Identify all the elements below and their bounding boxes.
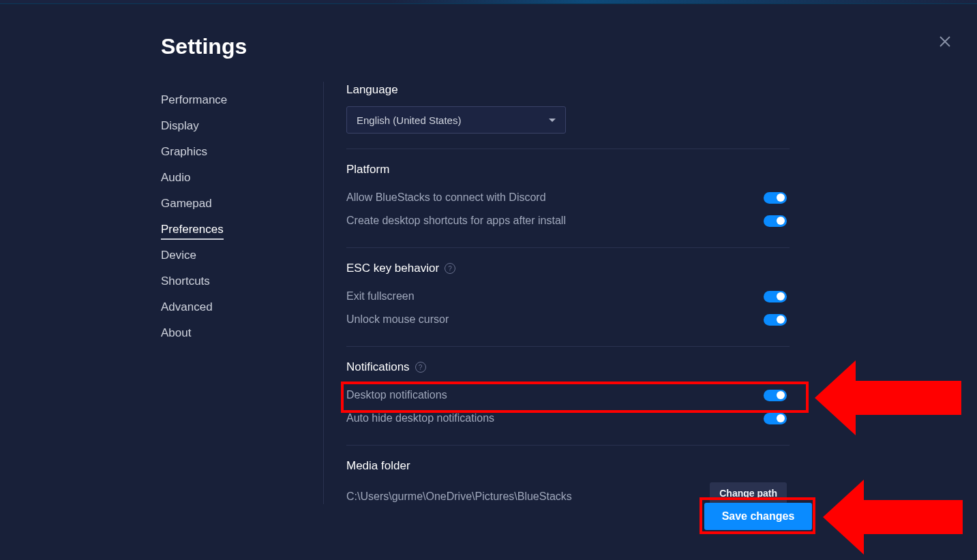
unlock-mouse-toggle-label: Unlock mouse cursor bbox=[346, 313, 449, 326]
language-select-value: English (United States) bbox=[357, 114, 461, 126]
discord-toggle-label: Allow BlueStacks to connect with Discord bbox=[346, 191, 546, 204]
language-section: Language English (United States) bbox=[346, 83, 790, 134]
discord-toggle[interactable] bbox=[764, 192, 787, 204]
close-icon bbox=[939, 35, 951, 48]
sidebar-nav: Performance Display Graphics Audio Gamep… bbox=[161, 87, 284, 346]
divider bbox=[346, 445, 790, 446]
platform-section: Platform Allow BlueStacks to connect wit… bbox=[346, 163, 790, 232]
notifications-header-label: Notifications bbox=[346, 360, 410, 374]
esc-header: ESC key behavior ? bbox=[346, 262, 790, 275]
sidebar-item-label: Graphics bbox=[161, 145, 207, 158]
media-folder-section: Media folder C:\Users\gurme\OneDrive\Pic… bbox=[346, 459, 790, 504]
sidebar-item-performance[interactable]: Performance bbox=[161, 87, 284, 113]
sidebar-item-about[interactable]: About bbox=[161, 320, 284, 346]
desktop-shortcuts-toggle-label: Create desktop shortcuts for apps after … bbox=[346, 215, 566, 227]
divider bbox=[346, 247, 790, 248]
sidebar-item-label: Display bbox=[161, 119, 199, 132]
vertical-divider bbox=[323, 82, 324, 504]
sidebar-item-label: Advanced bbox=[161, 300, 213, 313]
window-topbar bbox=[0, 0, 977, 4]
sidebar-item-label: Shortcuts bbox=[161, 275, 210, 287]
annotation-arrow-save bbox=[823, 480, 963, 555]
platform-header: Platform bbox=[346, 163, 790, 176]
sidebar-item-display[interactable]: Display bbox=[161, 113, 284, 139]
notifications-section: Notifications ? Desktop notifications Au… bbox=[346, 360, 790, 430]
help-icon[interactable]: ? bbox=[445, 263, 455, 274]
exit-fullscreen-toggle[interactable] bbox=[764, 291, 787, 302]
sidebar-item-label: Gamepad bbox=[161, 197, 212, 210]
divider bbox=[346, 149, 790, 149]
sidebar-item-advanced[interactable]: Advanced bbox=[161, 294, 284, 320]
close-button[interactable] bbox=[939, 35, 955, 52]
desktop-notifications-toggle[interactable] bbox=[764, 390, 787, 401]
sidebar-item-label: Preferences bbox=[161, 223, 224, 240]
svg-marker-3 bbox=[823, 480, 963, 555]
svg-marker-2 bbox=[815, 360, 961, 435]
chevron-down-icon bbox=[549, 119, 556, 122]
content-panel: Language English (United States) Platfor… bbox=[346, 83, 790, 519]
media-folder-header: Media folder bbox=[346, 459, 790, 473]
divider bbox=[346, 346, 790, 347]
desktop-notifications-toggle-label: Desktop notifications bbox=[346, 389, 447, 401]
notifications-header: Notifications ? bbox=[346, 360, 790, 374]
desktop-shortcuts-toggle[interactable] bbox=[764, 215, 787, 227]
esc-header-label: ESC key behavior bbox=[346, 262, 439, 275]
sidebar-item-audio[interactable]: Audio bbox=[161, 165, 284, 191]
sidebar-item-preferences[interactable]: Preferences bbox=[161, 217, 284, 243]
sidebar-item-label: Device bbox=[161, 249, 196, 262]
help-icon[interactable]: ? bbox=[415, 362, 426, 373]
exit-fullscreen-toggle-label: Exit fullscreen bbox=[346, 290, 415, 302]
unlock-mouse-toggle[interactable] bbox=[764, 314, 787, 326]
sidebar-item-label: Performance bbox=[161, 93, 227, 106]
save-changes-button[interactable]: Save changes bbox=[704, 503, 812, 530]
sidebar-item-graphics[interactable]: Graphics bbox=[161, 139, 284, 165]
sidebar-item-shortcuts[interactable]: Shortcuts bbox=[161, 268, 284, 294]
autohide-notifications-toggle-label: Auto hide desktop notifications bbox=[346, 412, 494, 424]
sidebar-item-gamepad[interactable]: Gamepad bbox=[161, 191, 284, 217]
language-header: Language bbox=[346, 83, 790, 97]
language-select[interactable]: English (United States) bbox=[346, 106, 566, 134]
change-path-button[interactable]: Change path bbox=[710, 482, 787, 504]
autohide-notifications-toggle[interactable] bbox=[764, 413, 787, 424]
sidebar-item-label: About bbox=[161, 326, 191, 339]
page-title: Settings bbox=[161, 34, 247, 59]
sidebar-item-label: Audio bbox=[161, 171, 190, 184]
annotation-arrow-autohide bbox=[815, 360, 961, 435]
media-path-value: C:\Users\gurme\OneDrive\Pictures\BlueSta… bbox=[346, 491, 572, 503]
esc-section: ESC key behavior ? Exit fullscreen Unloc… bbox=[346, 262, 790, 331]
sidebar-item-device[interactable]: Device bbox=[161, 243, 284, 268]
